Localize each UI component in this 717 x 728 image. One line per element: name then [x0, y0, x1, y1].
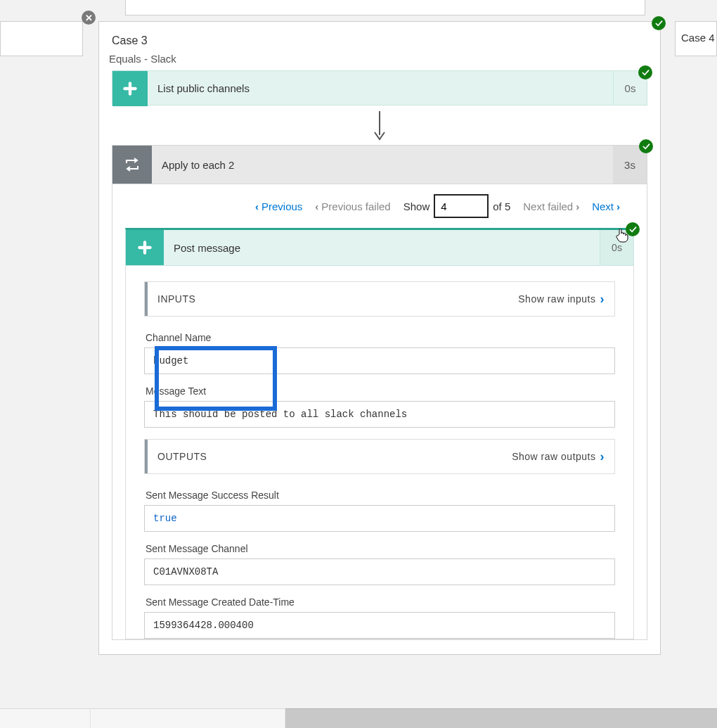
svg-rect-4: [143, 241, 146, 255]
chevron-right-icon: ›: [600, 449, 605, 464]
case-title: Case 3: [99, 22, 660, 53]
inputs-header: INPUTS Show raw inputs ›: [145, 282, 614, 316]
inputs-section: INPUTS Show raw inputs ›: [144, 281, 615, 317]
arrow-down-icon: [99, 106, 660, 145]
checkmark-icon: [652, 16, 666, 30]
step-list-public-channels[interactable]: List public channels 0s: [112, 70, 647, 106]
of-label: of 5: [493, 200, 510, 212]
outputs-header-label: OUTPUTS: [157, 451, 207, 462]
channel-name-label: Channel Name: [144, 332, 615, 343]
sent-channel-field: Sent Message Channel C01AVNX08TA: [144, 543, 615, 585]
channel-name-field: Channel Name budget: [144, 332, 615, 374]
apply-to-each-header[interactable]: Apply to each 2 3s: [112, 145, 647, 184]
outputs-section: OUTPUTS Show raw outputs ›: [144, 439, 615, 474]
slack-icon: [112, 71, 148, 106]
inputs-header-label: INPUTS: [157, 293, 195, 305]
close-icon[interactable]: ✕: [82, 11, 96, 25]
top-outline-box: [125, 0, 645, 15]
previous-failed-button[interactable]: ‹ Previous failed: [315, 200, 390, 212]
equals-label: Equals - Slack: [99, 53, 660, 70]
message-text-value[interactable]: This should be posted to all slack chann…: [144, 401, 615, 428]
post-message-body: INPUTS Show raw inputs › Channel Name bu…: [125, 266, 634, 639]
chevron-right-icon: ›: [616, 200, 620, 212]
created-datetime-field: Sent Message Created Date-Time 159936442…: [144, 596, 615, 639]
message-text-field: Message Text This should be posted to al…: [144, 385, 615, 428]
next-failed-button[interactable]: Next failed ›: [523, 200, 579, 212]
previous-button[interactable]: ‹ Previous: [255, 200, 302, 212]
loop-icon: [112, 146, 152, 184]
chevron-left-icon: ‹: [255, 200, 259, 212]
checkmark-icon: [638, 65, 652, 79]
chevron-left-icon: ‹: [315, 200, 318, 212]
post-message-title: Post message: [164, 230, 600, 265]
step-post-message: Post message 0s INPUTS Show raw inputs ›: [125, 228, 634, 639]
next-button[interactable]: Next ›: [592, 200, 620, 212]
success-result-field: Sent Message Success Result true: [144, 490, 615, 532]
created-datetime-value: 1599364428.000400: [144, 612, 615, 639]
apply-title: Apply to each 2: [152, 146, 613, 184]
success-result-value: true: [144, 505, 615, 532]
case-3-panel: Case 3 Equals - Slack List public channe…: [98, 21, 661, 655]
show-label: Show: [403, 200, 430, 212]
iteration-index-input[interactable]: [434, 194, 489, 218]
chevron-right-icon: ›: [576, 200, 579, 212]
checkmark-icon: [639, 139, 653, 153]
show-raw-outputs-button[interactable]: Show raw outputs ›: [512, 449, 605, 464]
slack-icon: [126, 230, 164, 265]
bottom-scrollbar[interactable]: [0, 708, 717, 728]
apply-to-each-card: Apply to each 2 3s ‹ Previous ‹ Previous…: [112, 145, 647, 640]
step-title: List public channels: [148, 71, 613, 105]
sent-channel-label: Sent Message Channel: [144, 543, 615, 554]
created-datetime-label: Sent Message Created Date-Time: [144, 596, 615, 608]
left-tab-placeholder: [0, 21, 83, 56]
case-4-tab[interactable]: Case 4: [675, 21, 717, 56]
iteration-pager: ‹ Previous ‹ Previous failed Show of 5 N…: [112, 184, 647, 228]
chevron-right-icon: ›: [600, 292, 605, 307]
sent-channel-value: C01AVNX08TA: [144, 558, 615, 585]
outputs-header: OUTPUTS Show raw outputs ›: [145, 440, 614, 473]
svg-rect-1: [129, 82, 131, 96]
channel-name-value[interactable]: budget: [144, 347, 615, 374]
success-result-label: Sent Message Success Result: [144, 490, 615, 501]
apply-body: ‹ Previous ‹ Previous failed Show of 5 N…: [112, 184, 647, 640]
checkmark-icon: [626, 222, 640, 236]
show-raw-inputs-button[interactable]: Show raw inputs ›: [518, 292, 605, 307]
post-message-header[interactable]: Post message 0s: [125, 228, 634, 266]
message-text-label: Message Text: [144, 385, 615, 397]
